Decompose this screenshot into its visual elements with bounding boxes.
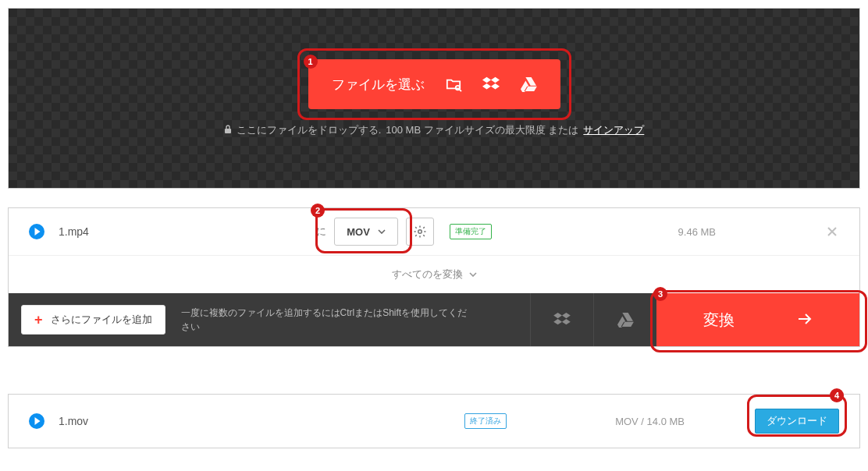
step-4-badge: 4 [830, 388, 844, 402]
play-icon[interactable] [29, 224, 44, 239]
convert-label: 変換 [703, 310, 735, 331]
status-badge: 準備完了 [450, 224, 492, 239]
to-label: に [316, 225, 326, 239]
remove-file-button[interactable] [825, 225, 839, 239]
dropbox-upload-button[interactable] [530, 293, 593, 346]
step-2-badge: 2 [311, 204, 325, 218]
google-drive-upload-button[interactable] [593, 293, 656, 346]
add-more-label: さらにファイルを追加 [51, 313, 152, 327]
arrow-right-icon [797, 311, 813, 329]
download-button[interactable]: ダウンロード [755, 409, 839, 434]
settings-button[interactable] [406, 218, 434, 246]
result-file-info: MOV / 14.0 MB [615, 416, 685, 427]
lock-icon [224, 125, 232, 136]
signup-link[interactable]: サインアップ [583, 123, 644, 137]
result-status-badge: 終了済み [464, 413, 507, 429]
step-3-badge: 3 [653, 287, 667, 301]
close-icon [827, 226, 838, 237]
dropzone-hint-size: 100 MB ファイルサイズの最大限度 または [386, 123, 578, 137]
dropzone-hint: ここにファイルをドロップする. 100 MB ファイルサイズの最大限度 または … [224, 123, 645, 137]
dropbox-icon[interactable] [482, 76, 500, 92]
file-size: 9.46 MB [678, 226, 716, 238]
result-file-name: 1.mov [59, 415, 449, 427]
add-more-button[interactable]: + さらにファイルを追加 [21, 305, 165, 335]
choose-file-button[interactable]: ファイルを選ぶ [308, 59, 560, 109]
action-bar: + さらにファイルを追加 一度に複数のファイルを追加するにはCtrlまたはShi… [9, 293, 859, 346]
svg-rect-1 [225, 129, 231, 133]
dropzone[interactable]: 1 ファイルを選ぶ [8, 8, 860, 189]
file-name: 1.mp4 [59, 225, 316, 238]
multi-select-hint: 一度に複数のファイルを追加するにはCtrlまたはShiftを使用してください [178, 293, 473, 346]
result-row: 1.mov 終了済み MOV / 14.0 MB 4 ダウンロード [9, 395, 859, 448]
gear-icon [413, 225, 427, 239]
step-1-badge: 1 [304, 55, 318, 69]
format-value: MOV [347, 226, 370, 238]
plus-icon: + [34, 312, 43, 328]
download-label: ダウンロード [767, 414, 827, 428]
dropzone-hint-prefix: ここにファイルをドロップする. [237, 123, 382, 137]
choose-file-label: ファイルを選ぶ [332, 76, 425, 94]
file-queue-panel: 1.mp4 に 2 MOV 準備完了 9.46 MB [8, 207, 860, 347]
chevron-down-icon [378, 229, 386, 234]
format-select[interactable]: MOV [334, 218, 398, 246]
file-row: 1.mp4 に 2 MOV 準備完了 9.46 MB [9, 208, 859, 255]
convert-all-row[interactable]: すべてのを変換 [9, 255, 859, 293]
google-drive-icon [617, 312, 634, 328]
play-icon[interactable] [29, 413, 44, 429]
convert-button[interactable]: 変換 [656, 293, 859, 346]
convert-all-label: すべてのを変換 [392, 267, 463, 282]
chevron-down-icon [469, 272, 477, 277]
folder-search-icon[interactable] [445, 76, 462, 92]
dropbox-icon [553, 313, 571, 327]
svg-point-2 [418, 230, 422, 234]
result-panel: 1.mov 終了済み MOV / 14.0 MB 4 ダウンロード [8, 394, 860, 448]
google-drive-icon[interactable] [520, 76, 537, 92]
